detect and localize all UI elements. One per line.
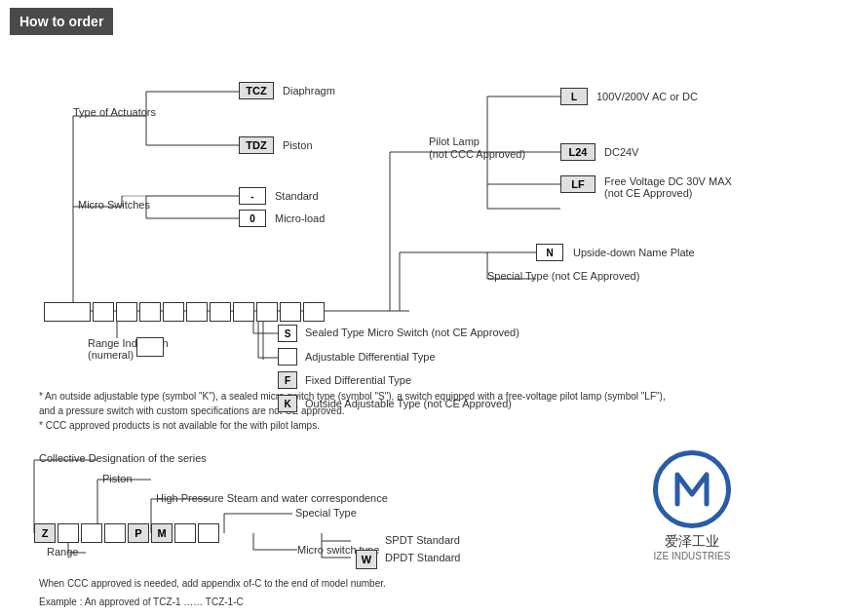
pilot-lamp-label: Pilot Lamp xyxy=(429,135,480,147)
zero-box: 0 xyxy=(239,210,266,227)
model-box-4 xyxy=(139,302,161,322)
LF-desc: Free Voltage DC 30V MAX xyxy=(604,175,732,187)
DPDT-label: DPDT Standard xyxy=(385,552,460,563)
S-box: S xyxy=(278,325,297,342)
L-desc: 100V/200V AC or DC xyxy=(596,91,698,102)
Z-box: Z xyxy=(34,523,56,543)
model-box-9 xyxy=(256,302,278,322)
bottom-box-7 xyxy=(174,523,196,543)
bottom-note2: Example : An approved of TCZ-1 …… TCZ-1-… xyxy=(39,595,386,609)
W-box: W xyxy=(356,550,377,569)
adjustable-label: Adjustable Differential Type xyxy=(305,351,436,363)
main-content: Type of Actuators TCZ Diaphragm TDZ Pist… xyxy=(0,48,845,592)
M-box: M xyxy=(151,523,173,543)
bottom-section: Collective Designation of the series Pis… xyxy=(19,441,826,592)
logo-symbol-svg xyxy=(668,465,716,514)
logo-circle xyxy=(653,450,731,528)
type-actuators-label: Type of Actuators xyxy=(73,106,156,118)
tcz-box: TCZ xyxy=(239,82,274,99)
model-box-3 xyxy=(116,302,137,322)
model-box-1 xyxy=(44,302,91,322)
bottom-box-2 xyxy=(58,523,79,543)
LF-box: LF xyxy=(560,175,595,193)
range-box xyxy=(136,337,164,357)
piston-label-top: Piston xyxy=(283,139,313,151)
piston-bottom-label: Piston xyxy=(102,473,133,484)
diaphragm-label: Diaphragm xyxy=(283,85,335,96)
dash-box: - xyxy=(239,187,266,205)
L-box: L xyxy=(560,88,588,105)
not-ccc-label: (not CCC Approved) xyxy=(429,148,525,160)
numeral-label: (numeral) xyxy=(88,349,134,361)
bottom-model-row: Z P M xyxy=(34,523,219,543)
note3: * CCC approved products is not available… xyxy=(39,418,826,433)
model-row xyxy=(44,302,325,322)
high-pressure-label: High Pressure Steam and water correspond… xyxy=(156,492,388,504)
L24-box: L24 xyxy=(560,143,595,161)
LF-desc2: (not CE Approved) xyxy=(604,187,693,199)
sealed-label: Sealed Type Micro Switch (not CE Approve… xyxy=(305,327,519,338)
logo-name: IZE INDUSTRIES xyxy=(654,551,731,561)
N-box: N xyxy=(536,244,563,261)
F-box: F xyxy=(278,371,297,389)
P-box: P xyxy=(128,523,149,543)
fixed-label: Fixed Differential Type xyxy=(305,374,411,386)
N-desc: Upside-down Name Plate xyxy=(573,247,695,258)
K-box: K xyxy=(278,395,297,412)
model-box-2 xyxy=(93,302,114,322)
page: How to order xyxy=(0,0,845,616)
bottom-box-8 xyxy=(198,523,219,543)
range-bottom-label: Range xyxy=(47,546,78,558)
bottom-box-3 xyxy=(81,523,102,543)
logo-chinese: 爱泽工业 xyxy=(665,533,719,551)
bottom-box-4 xyxy=(104,523,126,543)
bottom-note1: When CCC approved is needed, add appendi… xyxy=(39,576,386,591)
model-box-8 xyxy=(233,302,254,322)
outside-label: Outside Adjustable Type (not CE Approved… xyxy=(305,398,512,409)
collective-label: Collective Designation of the series xyxy=(39,452,207,464)
notes-section: * An outside adjustable type (symbol "K"… xyxy=(19,389,826,433)
microload-label: Micro-load xyxy=(275,212,325,224)
special-type-top: Special Type (not CE Approved) xyxy=(487,270,639,282)
diagram-top: Type of Actuators TCZ Diaphragm TDZ Pist… xyxy=(19,48,826,360)
bottom-layout: Collective Designation of the series Pis… xyxy=(19,441,826,592)
model-box-10 xyxy=(280,302,301,322)
SPDT-label: SPDT Standard xyxy=(385,534,460,546)
L24-desc: DC24V xyxy=(604,146,638,158)
model-box-5 xyxy=(163,302,184,322)
header-title: How to order xyxy=(19,14,103,29)
tdz-box: TDZ xyxy=(239,136,274,154)
micro-switches-label: Micro Switches xyxy=(78,199,150,211)
special-type-bottom: Special Type xyxy=(295,507,357,519)
standard-label: Standard xyxy=(275,190,319,202)
adj-diff-box xyxy=(278,348,297,366)
logo-area: 爱泽工业 IZE INDUSTRIES xyxy=(653,450,731,561)
bottom-diagram: Collective Designation of the series Pis… xyxy=(19,441,604,592)
bottom-notes: When CCC approved is needed, add appendi… xyxy=(29,572,386,609)
model-box-11 xyxy=(303,302,325,322)
model-box-6 xyxy=(186,302,208,322)
model-box-7 xyxy=(210,302,231,322)
header-bar: How to order xyxy=(10,8,113,35)
